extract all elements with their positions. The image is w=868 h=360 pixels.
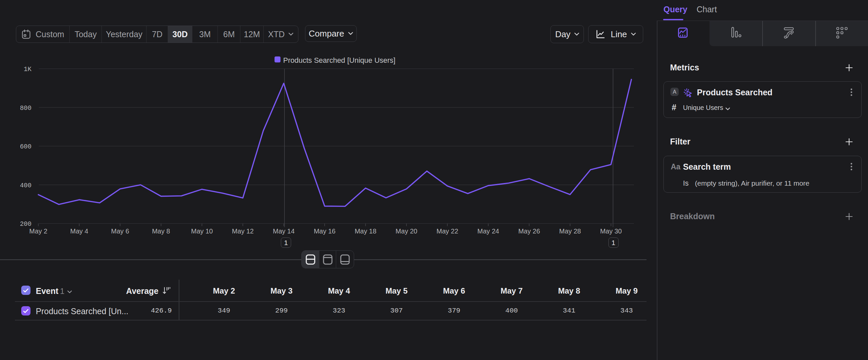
svg-text:800: 800 (20, 105, 31, 112)
svg-text:May 30: May 30 (600, 227, 622, 235)
svg-text:May 12: May 12 (232, 227, 254, 235)
svg-text:May 2: May 2 (29, 227, 47, 235)
svg-text:600: 600 (20, 143, 31, 150)
svg-text:May 26: May 26 (518, 227, 540, 235)
svg-text:May 14: May 14 (273, 227, 295, 235)
svg-text:1K: 1K (24, 66, 32, 73)
svg-text:May 4: May 4 (70, 227, 88, 235)
svg-text:May 20: May 20 (396, 227, 417, 235)
svg-text:200: 200 (20, 221, 31, 228)
svg-text:May 10: May 10 (191, 227, 213, 235)
svg-text:May 8: May 8 (152, 227, 170, 235)
svg-text:May 6: May 6 (111, 227, 129, 235)
svg-text:May 16: May 16 (314, 227, 336, 235)
svg-text:400: 400 (20, 182, 31, 189)
svg-text:May 28: May 28 (559, 227, 581, 235)
svg-text:May 22: May 22 (437, 227, 459, 235)
svg-text:May 24: May 24 (477, 227, 499, 235)
svg-text:May 18: May 18 (355, 227, 377, 235)
